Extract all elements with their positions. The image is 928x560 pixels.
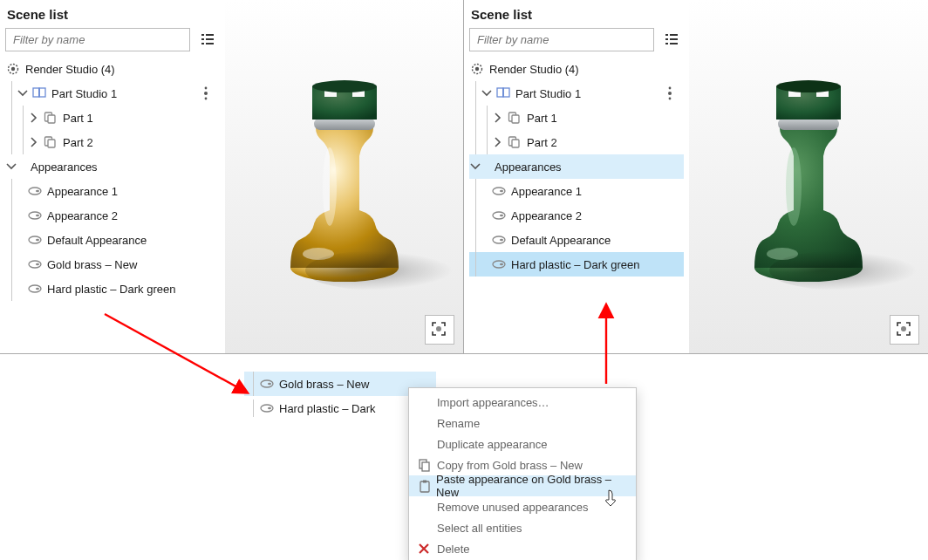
filter-input[interactable]	[469, 28, 654, 51]
part-studio-icon	[31, 85, 47, 101]
chevron-down-icon	[481, 87, 493, 99]
svg-point-25	[312, 80, 377, 92]
tree-root-render-studio[interactable]: Render Studio (4)	[5, 57, 220, 81]
svg-point-30	[776, 80, 841, 92]
ctx-select-all[interactable]: Select all entities	[409, 517, 636, 538]
appearance-icon	[27, 183, 43, 199]
svg-point-31	[786, 147, 802, 226]
ctx-rename[interactable]: Rename	[409, 413, 636, 434]
rook-gold	[270, 60, 419, 285]
chevron-down-icon	[17, 87, 29, 99]
scene-tree: Render Studio (4) Part Studio 1 Part 1	[5, 57, 220, 348]
svg-rect-29	[778, 118, 839, 130]
part-studio-icon	[495, 85, 511, 101]
tree-label: Appearance 1	[47, 185, 118, 198]
appearance-icon	[491, 232, 507, 248]
tree-label: Appearance 2	[47, 209, 118, 222]
copy-icon	[416, 458, 432, 472]
cursor-pointer-icon	[604, 489, 619, 507]
appearance-icon	[491, 256, 507, 272]
tree-item-default-appearance[interactable]: Default Appearance	[5, 228, 220, 252]
chevron-right-icon	[492, 112, 504, 124]
delete-icon	[416, 542, 432, 556]
part-icon	[43, 110, 58, 126]
tree-label: Hard plastic – Dark green	[47, 283, 175, 296]
float-item-dark[interactable]: Hard plastic – Dark	[244, 396, 436, 420]
tree-item-appearance-2[interactable]: Appearance 2	[5, 203, 220, 228]
list-view-toggle[interactable]	[195, 27, 220, 51]
ctx-remove-unused[interactable]: Remove unused appearances	[409, 496, 636, 517]
tree-item-dark-green[interactable]: Hard plastic – Dark green	[5, 277, 220, 301]
tree-item-appearance-1[interactable]: Appearance 1	[5, 179, 220, 203]
tree-item-appearances[interactable]: Appearances	[469, 154, 684, 179]
tree-item-gold-brass[interactable]: Gold brass – New	[5, 252, 220, 277]
viewport-right[interactable]	[689, 0, 928, 353]
filter-input[interactable]	[5, 28, 190, 51]
ctx-label: Rename	[437, 417, 480, 430]
tree-label: Part 2	[63, 136, 93, 149]
appearance-sublist: Gold brass – New Hard plastic – Dark	[244, 372, 436, 420]
appearance-icon	[491, 208, 507, 223]
tree-item-part-studio[interactable]: Part Studio 1	[5, 81, 220, 106]
tree-item-part-2[interactable]: Part 2	[5, 130, 220, 154]
ctx-label: Duplicate appearance	[437, 438, 547, 451]
ctx-label: Remove unused appearances	[437, 501, 588, 514]
tree-item-appearance-2[interactable]: Appearance 2	[469, 203, 684, 228]
tree-label: Hard plastic – Dark green	[511, 258, 639, 271]
tree-item-appearances[interactable]: Appearances	[5, 154, 220, 179]
part-icon	[507, 134, 522, 150]
ctx-delete[interactable]: Delete	[409, 538, 636, 559]
scene-list-panel: Scene list Render Studio (4) Part Studio…	[464, 0, 689, 353]
appearance-icon	[259, 400, 275, 416]
tree-root-render-studio[interactable]: Render Studio (4)	[469, 57, 684, 81]
tree-label: Appearances	[495, 160, 562, 174]
tree-label: Appearances	[31, 160, 98, 174]
tree-label: Part 1	[527, 112, 557, 125]
context-menu: Import appearances… Rename Duplicate app…	[408, 387, 637, 560]
appearance-icon	[491, 183, 507, 199]
tree-item-dark-green[interactable]: Hard plastic – Dark green	[469, 252, 684, 277]
ctx-import[interactable]: Import appearances…	[409, 392, 636, 413]
chevron-right-icon	[28, 112, 40, 124]
tree-item-part-1[interactable]: Part 1	[469, 106, 684, 130]
tree-label: Gold brass – New	[279, 378, 369, 391]
ctx-paste[interactable]: Paste appearance on Gold brass – New	[409, 475, 636, 496]
right-pane: Scene list Render Studio (4) Part Studio…	[464, 0, 928, 354]
panel-title: Scene list	[471, 7, 682, 22]
tree-label: Render Studio (4)	[489, 63, 579, 76]
tree-item-default-appearance[interactable]: Default Appearance	[469, 228, 684, 252]
ctx-label: Delete	[437, 543, 470, 556]
render-studio-icon	[5, 61, 21, 77]
viewport-left[interactable]	[225, 0, 463, 353]
tree-label: Appearance 1	[511, 185, 582, 198]
ctx-label: Paste appearance on Gold brass – New	[436, 473, 627, 499]
ctx-label: Select all entities	[437, 522, 522, 535]
tree-label: Default Appearance	[511, 234, 611, 247]
fit-view-button[interactable]	[890, 315, 919, 345]
appearance-icon	[27, 256, 43, 272]
panel-title: Scene list	[7, 7, 218, 22]
tree-item-part-studio[interactable]: Part Studio 1	[469, 81, 684, 106]
tree-label: Part 1	[63, 112, 93, 125]
tree-label: Hard plastic – Dark	[279, 402, 376, 415]
appearance-icon	[27, 208, 43, 223]
ctx-label: Copy from Gold brass – New	[437, 459, 583, 472]
visibility-toggle[interactable]	[197, 85, 215, 102]
tree-item-part-2[interactable]: Part 2	[469, 130, 684, 154]
ctx-duplicate[interactable]: Duplicate appearance	[409, 434, 636, 454]
float-item-gold[interactable]: Gold brass – New	[244, 372, 436, 396]
tree-label: Part Studio 1	[515, 87, 581, 100]
tree-label: Part Studio 1	[51, 87, 117, 100]
visibility-toggle[interactable]	[661, 85, 679, 102]
fit-view-button[interactable]	[425, 315, 454, 345]
paste-icon	[416, 479, 431, 493]
rook-green	[734, 60, 883, 285]
tree-item-part-1[interactable]: Part 1	[5, 106, 220, 130]
render-studio-icon	[469, 61, 485, 77]
tree-label: Appearance 2	[511, 209, 582, 222]
tree-item-appearance-1[interactable]: Appearance 1	[469, 179, 684, 203]
list-view-toggle[interactable]	[659, 27, 684, 51]
tree-label: Part 2	[527, 136, 557, 149]
left-pane: Scene list Render Studio (4) Part Studio…	[0, 0, 464, 354]
chevron-down-icon	[5, 160, 17, 173]
